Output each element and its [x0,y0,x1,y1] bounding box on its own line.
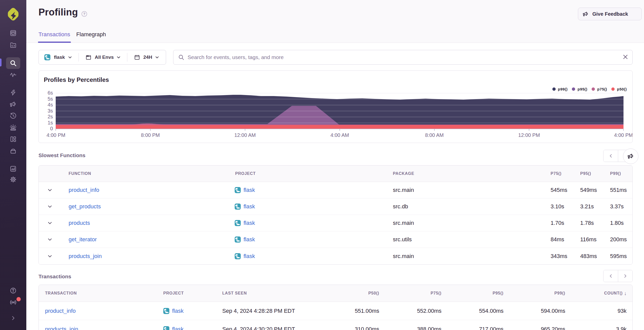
svg-text:4s: 4s [48,102,53,107]
svg-text:5s: 5s [48,96,53,102]
svg-text:8:00 AM: 8:00 AM [425,132,444,138]
svg-text:2s: 2s [48,114,53,119]
svg-text:0: 0 [50,126,53,131]
svg-text:3s: 3s [48,108,53,114]
svg-text:6s: 6s [48,90,53,96]
svg-text:4:00 PM: 4:00 PM [47,132,65,138]
svg-text:1s: 1s [48,120,53,125]
svg-text:12:00 PM: 12:00 PM [518,132,540,138]
svg-text:4:00 AM: 4:00 AM [330,132,349,138]
svg-text:8:00 PM: 8:00 PM [141,132,160,138]
svg-text:4:00 PM: 4:00 PM [614,132,632,138]
svg-text:12:00 AM: 12:00 AM [234,132,256,138]
